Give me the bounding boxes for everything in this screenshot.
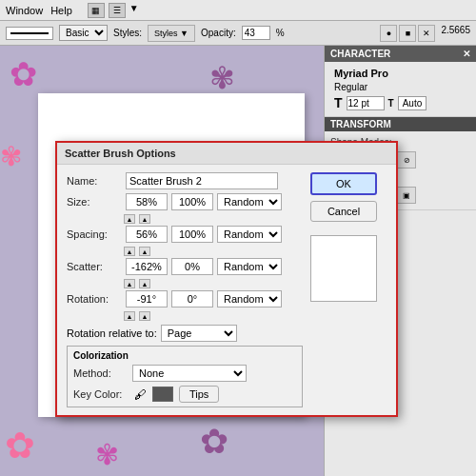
- character-panel-header: CHARACTER ✕: [325, 46, 476, 62]
- size-row: Size: Random ▲ ▲: [67, 193, 303, 224]
- colorization-group: Colorization Method: None Key Color: 🖋 T…: [67, 346, 303, 407]
- tool-icons: ● ■ ✕ 2.5665: [380, 25, 470, 42]
- menu-window[interactable]: Window: [6, 5, 43, 16]
- rotation-select[interactable]: Random: [217, 290, 282, 307]
- flower-bm: ✾: [95, 438, 119, 471]
- size-val2[interactable]: [171, 193, 213, 210]
- rotation-row: Rotation: Random ▲ ▲: [67, 290, 303, 321]
- pathfinder-4[interactable]: ▣: [397, 187, 416, 204]
- key-color-label: Key Color:: [73, 388, 129, 400]
- spacing-spinners: ▲ ▲: [124, 247, 303, 256]
- scatter-val1[interactable]: [126, 258, 168, 275]
- spacing-val1[interactable]: [126, 226, 168, 243]
- spacing-val2[interactable]: [171, 226, 213, 243]
- cancel-button[interactable]: Cancel: [310, 201, 377, 222]
- auto-label[interactable]: Auto: [398, 96, 427, 110]
- scatter-val2-up[interactable]: ▲: [139, 279, 150, 288]
- styles-label: Styles:: [113, 28, 142, 38]
- exclude-icon[interactable]: ⊘: [397, 151, 416, 169]
- stroke-line: [10, 32, 49, 34]
- method-label: Method:: [73, 367, 129, 379]
- rotation-relative-row: Rotation relative to: Page: [67, 325, 303, 342]
- rotation-spinners: ▲ ▲: [124, 311, 303, 321]
- icon-circle[interactable]: ●: [380, 25, 397, 42]
- color-swatch[interactable]: [152, 387, 173, 402]
- opacity-label: Opacity:: [201, 28, 236, 38]
- rotation-values: Rotation: Random: [67, 290, 303, 307]
- font-name[interactable]: Myriad Pro: [330, 66, 470, 81]
- scatter-label: Scatter:: [67, 261, 122, 272]
- dialog-title: Scatter Brush Options: [57, 143, 396, 165]
- size-select[interactable]: Random: [217, 193, 282, 210]
- method-select[interactable]: None: [132, 365, 247, 382]
- preview-box: [310, 235, 377, 302]
- icon-list[interactable]: ☰: [109, 3, 126, 18]
- size-values: Size: Random: [67, 193, 303, 210]
- method-row: Method: None: [73, 365, 296, 382]
- styles-dropdown[interactable]: Styles ▼: [148, 25, 195, 42]
- icon-square[interactable]: ■: [399, 25, 416, 42]
- size-val1[interactable]: [126, 193, 168, 210]
- percent-label: %: [276, 28, 285, 38]
- chevron-down-icon[interactable]: ▼: [129, 3, 139, 18]
- transform-title: TRANSFORM: [325, 117, 476, 131]
- menu-bar: Window Help ▦ ☰ ▼: [0, 0, 476, 21]
- spacing-val2-up[interactable]: ▲: [139, 247, 150, 256]
- dialog-left: Name: Scatter Brush 2 Size: Random ▲ ▲: [67, 172, 303, 407]
- tool-bar: Basic Styles: Styles ▼ Opacity: 43 % ● ■…: [0, 21, 476, 46]
- rotation-label: Rotation:: [67, 293, 122, 305]
- spacing-row: Spacing: Random ▲ ▲: [67, 226, 303, 256]
- rotation-val2[interactable]: [171, 290, 213, 307]
- spacing-label: Spacing:: [67, 228, 122, 240]
- panel-close-icon[interactable]: ✕: [463, 49, 470, 59]
- scatter-val1-up[interactable]: ▲: [124, 279, 135, 288]
- rotation-val1[interactable]: [126, 290, 168, 307]
- spacing-select[interactable]: Random: [217, 226, 282, 243]
- size-val2-up[interactable]: ▲: [139, 214, 150, 224]
- font-size-row: T 12 pt T Auto: [330, 93, 470, 112]
- name-row: Name: Scatter Brush 2: [67, 172, 303, 189]
- eyedropper-icon[interactable]: 🖋: [134, 387, 147, 402]
- name-label: Name:: [67, 175, 122, 187]
- font-size-input[interactable]: 12 pt: [347, 96, 385, 110]
- name-input[interactable]: Scatter Brush 2: [126, 172, 278, 189]
- stroke-preview: [6, 27, 53, 40]
- rotation-val1-up[interactable]: ▲: [124, 311, 135, 321]
- size-val1-up[interactable]: ▲: [124, 214, 135, 224]
- flower-tl: ✿: [10, 55, 37, 93]
- rotation-val2-up[interactable]: ▲: [139, 311, 150, 321]
- ok-button[interactable]: OK: [310, 172, 377, 195]
- menu-help[interactable]: Help: [50, 5, 72, 16]
- size-spinners: ▲ ▲: [124, 214, 303, 224]
- opacity-input[interactable]: 43: [242, 26, 270, 40]
- size-label: Size:: [67, 196, 122, 208]
- spacing-values: Spacing: Random: [67, 226, 303, 243]
- menu-icons: ▦ ☰ ▼: [88, 3, 139, 18]
- scatter-select[interactable]: Random: [217, 258, 282, 275]
- t-small-icon: T: [388, 98, 394, 109]
- flower-br: ✿: [200, 422, 228, 462]
- tips-button[interactable]: Tips: [179, 386, 219, 403]
- dialog-right: OK Cancel: [310, 172, 387, 407]
- key-color-row: Key Color: 🖋 Tips: [73, 386, 296, 403]
- scatter-row: Scatter: Random ▲ ▲: [67, 258, 303, 288]
- flower-ml: ✾: [0, 141, 22, 172]
- coord-label: 2.5665: [441, 25, 470, 42]
- scatter-spinners: ▲ ▲: [124, 279, 303, 288]
- icon-x[interactable]: ✕: [418, 25, 435, 42]
- character-panel-body: Myriad Pro Regular T 12 pt T Auto: [325, 62, 476, 117]
- colorization-title: Colorization: [73, 350, 296, 361]
- scatter-brush-dialog: Scatter Brush Options Name: Scatter Brus…: [55, 141, 398, 417]
- flower-bl: ✿: [5, 425, 35, 466]
- icon-grid[interactable]: ▦: [88, 3, 105, 18]
- scatter-val2[interactable]: [171, 258, 213, 275]
- spacing-val1-up[interactable]: ▲: [124, 247, 135, 256]
- font-style[interactable]: Regular: [330, 81, 470, 93]
- dialog-body: Name: Scatter Brush 2 Size: Random ▲ ▲: [57, 165, 396, 415]
- flower-tr: ✾: [209, 60, 235, 96]
- rotation-relative-label: Rotation relative to:: [67, 327, 157, 339]
- basic-select[interactable]: Basic: [59, 25, 108, 41]
- t-large-icon: T: [334, 95, 343, 110]
- rotation-relative-select[interactable]: Page: [161, 325, 237, 342]
- character-title: CHARACTER: [330, 49, 390, 59]
